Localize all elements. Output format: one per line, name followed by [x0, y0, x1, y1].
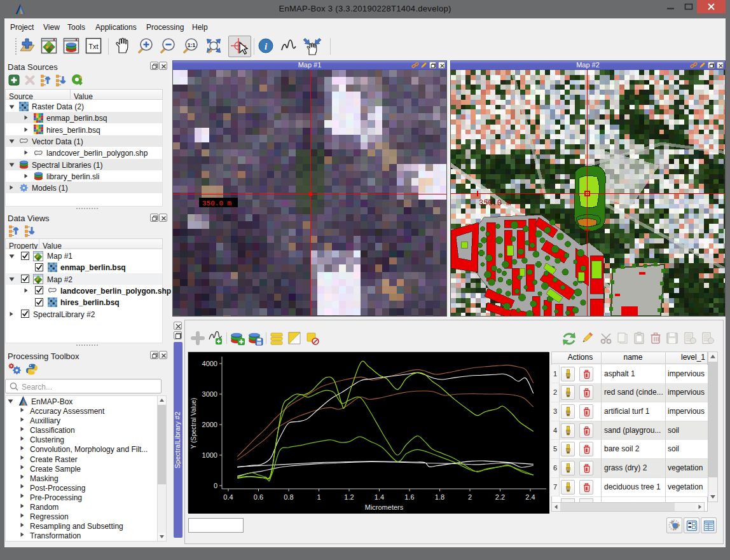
svg-text:Micrometers: Micrometers — [365, 503, 404, 511]
svg-text:2: 2 — [468, 493, 472, 501]
svg-text:0.8: 0.8 — [284, 493, 293, 501]
svg-text:2000: 2000 — [202, 421, 217, 428]
svg-text:2.4: 2.4 — [525, 493, 535, 501]
svg-text:1:1: 1:1 — [188, 42, 196, 48]
svg-text:350.0 m: 350.0 m — [202, 200, 232, 207]
svg-text:0.6: 0.6 — [254, 493, 263, 501]
svg-text:1.8: 1.8 — [435, 493, 444, 501]
svg-text:1.2: 1.2 — [344, 493, 354, 501]
svg-text:0.4: 0.4 — [223, 493, 233, 501]
svg-text:Y (Spectral Value): Y (Spectral Value) — [190, 398, 197, 449]
svg-text:350.0 m: 350.0 m — [479, 199, 511, 208]
svg-text:1.6: 1.6 — [404, 493, 414, 501]
svg-text:1.4: 1.4 — [375, 493, 384, 501]
svg-text:3000: 3000 — [202, 390, 217, 398]
svg-text:1: 1 — [317, 493, 320, 501]
svg-text:2.2: 2.2 — [495, 493, 505, 501]
svg-text:1000: 1000 — [202, 451, 217, 459]
svg-text:0: 0 — [214, 482, 217, 489]
svg-text:Txt: Txt — [88, 43, 98, 50]
svg-text:4000: 4000 — [202, 360, 217, 367]
